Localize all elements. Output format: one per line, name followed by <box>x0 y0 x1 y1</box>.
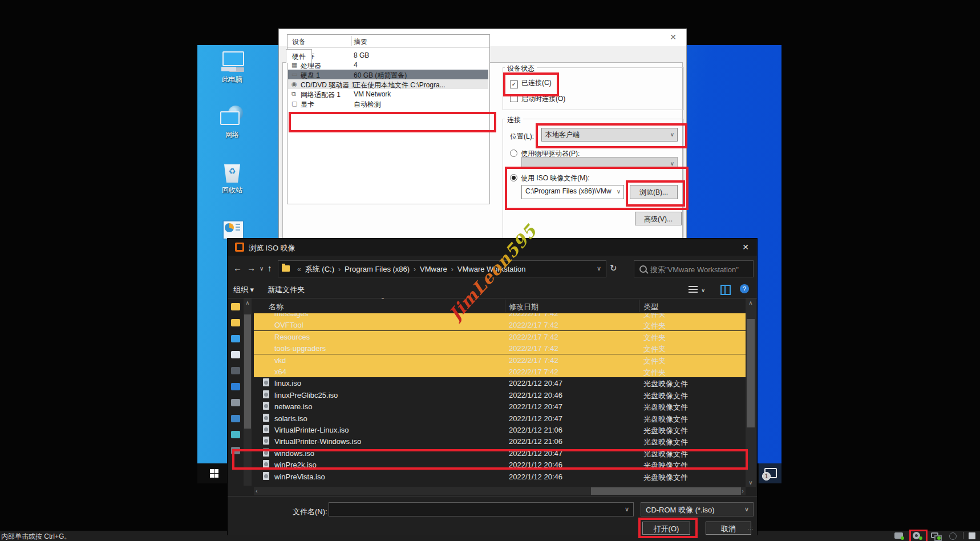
browse-button[interactable]: 浏览(B)... <box>630 185 678 199</box>
file-date: 2022/2/17 7:42 <box>509 321 558 329</box>
scroll-left-icon[interactable]: ‹ <box>256 487 258 494</box>
preview-pane-icon[interactable] <box>720 285 731 295</box>
file-row[interactable]: OVFTool 2022/2/17 7:42 文件夹 <box>254 319 746 330</box>
column-date[interactable]: 修改日期 <box>509 302 538 312</box>
view-mode-icon[interactable] <box>689 286 698 293</box>
file-type: 文件夹 <box>643 368 666 378</box>
advanced-button[interactable]: 高级(V)... <box>635 212 682 225</box>
forward-icon[interactable]: → <box>247 263 256 273</box>
search-box[interactable]: 搜索"VMware Workstation" <box>634 260 754 277</box>
tree-scrollbar[interactable]: ∧ <box>244 298 252 486</box>
connect-on-power-checkbox[interactable]: 启动时连接(O) <box>510 94 565 104</box>
tree-item-icon[interactable] <box>231 383 240 390</box>
back-icon[interactable]: ← <box>233 263 242 273</box>
file-row[interactable]: winPre2k.iso 2022/1/12 20:46 光盘映像文件 <box>254 459 746 470</box>
list-scrollbar[interactable]: ∧ ∨ <box>746 298 756 487</box>
file-row[interactable]: netware.iso 2022/1/12 20:47 光盘映像文件 <box>254 401 746 412</box>
file-row[interactable]: solaris.iso 2022/1/12 20:47 光盘映像文件 <box>254 413 746 424</box>
col-summary[interactable]: 摘要 <box>354 37 367 47</box>
breadcrumb-item[interactable]: VMware <box>420 265 447 273</box>
tree-item-icon[interactable] <box>231 303 240 310</box>
message-log-icon[interactable] <box>967 532 979 539</box>
scroll-right-icon[interactable]: › <box>742 487 744 494</box>
up-icon[interactable]: ↑ <box>268 263 272 273</box>
tree-item-icon[interactable] <box>231 415 240 422</box>
iso-image-radio[interactable]: 使用 ISO 映像文件(M): <box>510 173 590 183</box>
hard-disk-icon[interactable] <box>893 532 905 539</box>
file-row[interactable]: windows.iso 2022/1/12 20:47 光盘映像文件 <box>254 447 746 459</box>
location-dropdown[interactable]: 本地客户端 ∨ <box>541 128 678 142</box>
horizontal-scrollbar[interactable]: ‹ › <box>254 487 746 495</box>
file-name: vkd <box>274 356 286 365</box>
file-row[interactable]: VirtualPrinter-Linux.iso 2022/1/12 21:06… <box>254 424 746 435</box>
iso-path-dropdown[interactable]: C:\Program Files (x86)\VMw ∨ <box>521 185 624 199</box>
device-icon: ▢ <box>291 100 297 107</box>
recent-chevron-icon[interactable]: ∨ <box>260 265 264 272</box>
device-row[interactable]: ▤ 内存 8 GB <box>288 50 488 60</box>
device-row[interactable]: ⧉ 网络适配器 1 VM Network <box>288 89 488 99</box>
file-type: 光盘映像文件 <box>643 426 688 436</box>
file-type-dropdown[interactable]: CD-ROM 映像 (*.iso) ∨ <box>641 502 754 516</box>
file-row[interactable]: VirtualPrinter-Windows.iso 2022/1/12 21:… <box>254 435 746 447</box>
file-row[interactable]: Resources 2022/2/17 7:42 文件夹 <box>254 331 746 342</box>
file-type: 光盘映像文件 <box>643 402 688 413</box>
address-bar[interactable]: «系统 (C:)›Program Files (x86)›VMware›VMwa… <box>278 260 606 277</box>
file-row[interactable]: messages 2022/2/17 7:42 文件夹 <box>254 313 746 319</box>
breadcrumb-item[interactable]: 系统 (C:) <box>305 265 334 273</box>
file-name: x64 <box>274 368 286 376</box>
scroll-up-icon[interactable]: ∧ <box>746 300 756 306</box>
tree-item-icon[interactable] <box>231 431 240 438</box>
cd-rom-icon[interactable] <box>912 532 923 539</box>
device-row[interactable]: ▦ 处理器 4 <box>288 60 488 70</box>
address-chevron-icon[interactable]: ∨ <box>597 265 601 272</box>
file-row[interactable]: linuxPreGlibc25.iso 2022/1/12 20:46 光盘映像… <box>254 389 746 401</box>
scroll-down-icon[interactable]: ∨ <box>746 479 756 486</box>
refresh-icon[interactable]: ↻ <box>610 263 617 273</box>
desktop-icon-this-pc[interactable]: 此电脑 <box>212 50 253 84</box>
browse-close-button[interactable]: ✕ <box>742 243 749 252</box>
tree-item-icon[interactable] <box>231 447 240 454</box>
column-type[interactable]: 类型 <box>643 302 658 312</box>
desktop-icon-network[interactable]: 网络 <box>212 106 253 140</box>
breadcrumb-prefix[interactable]: « <box>293 265 305 273</box>
desktop-icon-recycle-bin[interactable]: ♻ 回收站 <box>212 161 253 195</box>
file-row[interactable]: x64 2022/2/17 7:42 文件夹 <box>254 366 746 377</box>
col-device[interactable]: 设备 <box>292 37 306 47</box>
network-adapter-icon[interactable] <box>930 532 941 539</box>
action-center-button[interactable]: 1 <box>759 463 781 483</box>
tab-hardware[interactable]: 硬件 <box>286 49 312 63</box>
file-row[interactable]: tools-upgraders 2022/2/17 7:42 文件夹 <box>254 342 746 354</box>
tree-item-icon[interactable] <box>231 351 240 358</box>
new-folder-button[interactable]: 新建文件夹 <box>268 285 305 295</box>
file-row[interactable]: vkd 2022/2/17 7:42 文件夹 <box>254 354 746 366</box>
tree-item-icon[interactable] <box>231 319 240 326</box>
tree-item-icon[interactable] <box>231 335 240 342</box>
radio-on-icon <box>510 174 517 181</box>
connection-label: 连接 <box>505 115 523 125</box>
file-type: 文件夹 <box>643 313 666 320</box>
filename-input[interactable]: ∨ <box>329 502 634 516</box>
address-row: ← → ∨ ↑ «系统 (C:)›Program Files (x86)›VMw… <box>228 256 757 282</box>
tree-item-icon[interactable] <box>231 399 240 406</box>
file-row[interactable]: linux.iso 2022/1/12 20:47 光盘映像文件 <box>254 377 746 389</box>
breadcrumb-item[interactable]: VMware Workstation <box>457 265 526 273</box>
connected-checkbox[interactable]: ✓已连接(C) <box>510 78 552 88</box>
open-button[interactable]: 打开(O) <box>642 522 690 535</box>
device-row[interactable]: ▢ 显卡 自动检测 <box>288 99 488 108</box>
help-icon[interactable]: ? <box>740 284 749 293</box>
cancel-button[interactable]: 取消 <box>706 522 751 535</box>
bluetooth-icon[interactable] <box>948 532 959 539</box>
organize-menu[interactable]: 组织 ▾ <box>233 285 254 295</box>
resize-grip[interactable]: .:: <box>748 525 754 531</box>
scroll-up-icon[interactable]: ∧ <box>244 300 252 306</box>
tree-item-icon[interactable] <box>231 367 240 374</box>
column-name[interactable]: 名称 <box>269 302 284 312</box>
file-row[interactable]: winPreVista.iso 2022/1/12 20:46 光盘映像文件 <box>254 471 746 482</box>
settings-close-button[interactable]: ✕ <box>667 33 679 42</box>
file-name: linuxPreGlibc25.iso <box>274 391 338 399</box>
view-chevron-icon[interactable]: ∨ <box>701 287 705 293</box>
device-row[interactable]: ◉ CD/DVD 驱动器 1 正在使用本地文件 C:\Progra... <box>288 79 488 89</box>
breadcrumb-item[interactable]: Program Files (x86) <box>345 265 410 273</box>
start-button[interactable] <box>202 463 227 483</box>
device-row[interactable]: ▭ 硬盘 1 60 GB (精简置备) <box>288 70 488 79</box>
